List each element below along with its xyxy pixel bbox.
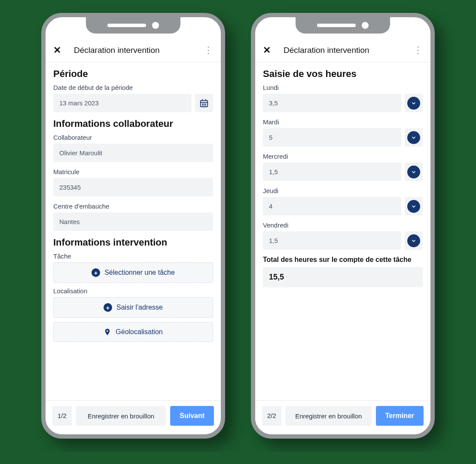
start-date-input[interactable]: 13 mars 2023 <box>53 94 192 112</box>
more-icon[interactable]: ⋮ <box>413 45 423 56</box>
svg-point-6 <box>205 104 206 104</box>
svg-point-9 <box>205 105 206 105</box>
tuesday-input[interactable]: 5 <box>263 128 401 147</box>
total-value: 15,5 <box>263 267 423 287</box>
more-icon[interactable]: ⋮ <box>204 45 213 56</box>
chevron-down-icon <box>411 203 417 209</box>
friday-label: Vendredi <box>263 221 423 229</box>
monday-input[interactable]: 3,5 <box>263 94 401 112</box>
plus-icon: + <box>92 268 100 277</box>
center-input[interactable]: Nantes <box>53 212 213 231</box>
center-label: Centre d'embauche <box>53 203 213 210</box>
section-period-title: Période <box>53 68 213 80</box>
start-date-label: Date de début de la période <box>53 84 213 91</box>
page-title: Déclaration intervention <box>61 46 204 55</box>
section-hours-title: Saisie de vos heures <box>263 68 423 80</box>
friday-input[interactable]: 1,5 <box>263 231 401 250</box>
top-bar: ✕ Déclaration intervention ⋮ <box>255 39 430 62</box>
svg-point-4 <box>202 104 203 104</box>
content-area: Saisie de vos heures Lundi 3,5 Mardi 5 M… <box>255 62 430 400</box>
page-indicator: 1/2 <box>52 406 72 426</box>
svg-point-7 <box>202 105 203 105</box>
close-icon[interactable]: ✕ <box>263 45 271 56</box>
monday-label: Lundi <box>263 84 423 91</box>
chevron-down-icon <box>411 100 417 106</box>
total-label: Total des heures sur le compte de cette … <box>263 256 423 264</box>
close-icon[interactable]: ✕ <box>53 45 61 56</box>
select-task-label: Sélectionner une tâche <box>104 269 175 277</box>
wednesday-input[interactable]: 1,5 <box>263 163 401 181</box>
calendar-icon <box>199 98 209 108</box>
matricule-label: Matricule <box>53 168 213 175</box>
friday-dropdown[interactable] <box>405 231 423 250</box>
phone-left: ✕ Déclaration intervention ⋮ Période Dat… <box>41 13 225 439</box>
next-button[interactable]: Suivant <box>170 406 214 426</box>
phone-notch <box>296 17 390 34</box>
section-collab-title: Informations collaborateur <box>53 118 213 129</box>
bottom-bar: 2/2 Enregistrer en brouillon Terminer <box>255 400 430 434</box>
select-task-button[interactable]: + Sélectionner une tâche <box>53 262 213 283</box>
finish-button[interactable]: Terminer <box>376 406 424 426</box>
thursday-label: Jeudi <box>263 187 423 194</box>
geolocation-button[interactable]: Géolocalisation <box>53 322 213 342</box>
phone-notch <box>86 17 180 34</box>
page-title: Déclaration intervention <box>271 46 413 55</box>
enter-address-label: Saisir l'adresse <box>116 304 163 311</box>
matricule-input[interactable]: 235345 <box>53 178 213 197</box>
tuesday-dropdown[interactable] <box>405 128 423 147</box>
enter-address-button[interactable]: + Saisir l'adresse <box>53 297 213 318</box>
screen-left: ✕ Déclaration intervention ⋮ Période Dat… <box>46 17 221 434</box>
calendar-button[interactable] <box>195 94 213 112</box>
geolocation-label: Géolocalisation <box>116 328 162 336</box>
tuesday-label: Mardi <box>263 118 423 126</box>
section-intervention-title: Informations intervention <box>53 237 213 248</box>
chevron-down-icon <box>411 135 417 141</box>
plus-icon: + <box>104 303 112 312</box>
save-draft-button[interactable]: Enregistrer en brouillon <box>286 406 372 426</box>
collab-name-input[interactable]: Olivier Maroulit <box>53 144 213 162</box>
task-label: Tâche <box>53 252 213 260</box>
collab-name-label: Collaborateur <box>53 134 213 141</box>
content-area: Période Date de début de la période 13 m… <box>46 62 221 400</box>
thursday-input[interactable]: 4 <box>263 197 401 215</box>
chevron-down-icon <box>411 169 417 175</box>
pin-icon <box>104 328 111 336</box>
svg-point-5 <box>204 104 204 104</box>
bottom-bar: 1/2 Enregistrer en brouillon Suivant <box>46 400 221 434</box>
svg-point-8 <box>204 105 204 105</box>
wednesday-label: Mercredi <box>263 153 423 160</box>
screen-right: ✕ Déclaration intervention ⋮ Saisie de v… <box>255 17 430 434</box>
chevron-down-icon <box>411 238 417 244</box>
phone-right: ✕ Déclaration intervention ⋮ Saisie de v… <box>251 13 435 439</box>
save-draft-button[interactable]: Enregistrer en brouillon <box>76 406 166 426</box>
wednesday-dropdown[interactable] <box>405 163 423 181</box>
monday-dropdown[interactable] <box>405 94 423 112</box>
top-bar: ✕ Déclaration intervention ⋮ <box>46 39 221 62</box>
location-label: Localisation <box>53 287 213 295</box>
thursday-dropdown[interactable] <box>405 197 423 215</box>
page-indicator: 2/2 <box>262 406 281 426</box>
